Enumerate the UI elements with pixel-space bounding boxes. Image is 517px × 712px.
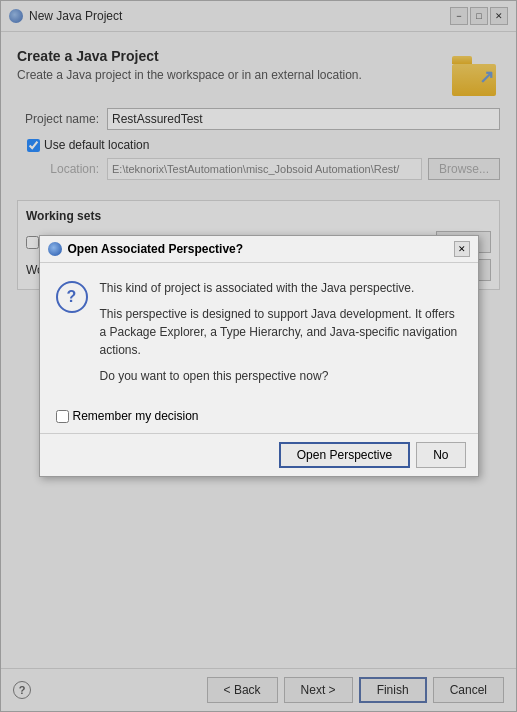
dialog-footer: Open Perspective No [40,433,478,476]
dialog-title: Open Associated Perspective? [68,242,448,256]
dialog-body: ? This kind of project is associated wit… [40,263,478,409]
dialog-icon [48,242,62,256]
dialog-overlay: Open Associated Perspective? ✕ ? This ki… [1,1,516,711]
dialog-line1: This kind of project is associated with … [100,279,462,297]
dialog-line2: This perspective is designed to support … [100,305,462,359]
no-button[interactable]: No [416,442,465,468]
open-perspective-dialog: Open Associated Perspective? ✕ ? This ki… [39,235,479,477]
open-perspective-button[interactable]: Open Perspective [279,442,410,468]
question-icon: ? [56,281,88,313]
main-window: New Java Project − □ ✕ Create a Java Pro… [0,0,517,712]
remember-decision-label[interactable]: Remember my decision [73,409,199,423]
dialog-title-bar: Open Associated Perspective? ✕ [40,236,478,263]
dialog-line3: Do you want to open this perspective now… [100,367,462,385]
remember-decision-row: Remember my decision [40,409,478,433]
remember-decision-checkbox[interactable] [56,410,69,423]
dialog-close-button[interactable]: ✕ [454,241,470,257]
dialog-text: This kind of project is associated with … [100,279,462,393]
